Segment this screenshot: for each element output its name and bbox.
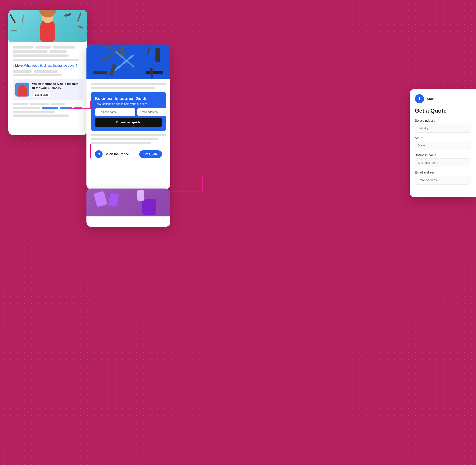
guide-title: Business Insurance Guide	[95, 96, 162, 101]
center-content-card: Business Insurance Guide Easy, actionabl…	[87, 44, 170, 189]
industry-field-group: Select industry	[415, 119, 471, 133]
email-label: Email address	[415, 171, 471, 174]
bottom-hero	[87, 189, 170, 216]
industry-input[interactable]	[415, 124, 471, 133]
state-field-group: State	[415, 136, 471, 150]
connector-line-4	[90, 144, 91, 158]
industry-label: Select industry	[415, 119, 471, 123]
brand-name: Salon Insurance	[105, 152, 129, 156]
brand-icon: N	[95, 150, 103, 158]
state-label: State	[415, 136, 471, 140]
state-input[interactable]	[415, 141, 471, 150]
learn-more-button[interactable]: Learn More	[32, 92, 52, 97]
download-guide-button[interactable]: Download guide	[95, 118, 162, 127]
connector-line-5	[168, 191, 203, 191]
step-number: 1	[415, 94, 424, 103]
article-thumb	[15, 83, 29, 96]
left-hero-image	[8, 10, 87, 42]
email-input[interactable]	[137, 108, 170, 116]
business-insurance-link[interactable]: What does business insurance cover?	[24, 64, 77, 68]
more-label: » More	[12, 64, 23, 68]
salon-bar: N Salon Insurance Get Quote	[91, 148, 166, 161]
connector-line-1	[70, 108, 91, 109]
center-hero-image	[87, 44, 170, 79]
connector-line-2	[90, 101, 91, 109]
quote-form-card: 1 Start Get a Quote Select industry Stat…	[410, 89, 476, 197]
left-article-card: » More What does business insurance cove…	[8, 10, 87, 135]
article-title: Which insurance type is the best fit for…	[32, 82, 80, 90]
step-indicator: 1 Start	[415, 94, 471, 103]
form-title: Get a Quote	[415, 107, 471, 114]
business-name-label: Business name	[415, 153, 471, 157]
business-name-field-group: Business name	[415, 153, 471, 167]
step-label: Start	[427, 97, 435, 101]
article-card: Which insurance type is the best fit for…	[12, 79, 83, 100]
form-inner: 1 Start Get a Quote Select industry Stat…	[410, 89, 476, 193]
get-quote-button[interactable]: Get Quote	[139, 150, 162, 158]
business-name-form-input[interactable]	[415, 159, 471, 167]
email-form-input[interactable]	[415, 176, 471, 184]
article-content: Which insurance type is the best fit for…	[32, 82, 80, 97]
center-card-body: Business Insurance Guide Easy, actionabl…	[87, 79, 170, 164]
more-link-section: » More What does business insurance cove…	[12, 64, 83, 68]
guide-section: Business Insurance Guide Easy, actionabl…	[91, 92, 166, 131]
email-field-group: Email address	[415, 171, 471, 184]
guide-inputs-row	[95, 108, 162, 116]
guide-subtitle: Easy, actionable tips to help your busin…	[95, 103, 162, 106]
connector-line-3	[70, 144, 91, 144]
business-name-input[interactable]	[95, 108, 135, 116]
salon-brand: N Salon Insurance	[95, 150, 129, 158]
connector-line-6	[202, 175, 203, 192]
bottom-card	[87, 189, 170, 227]
